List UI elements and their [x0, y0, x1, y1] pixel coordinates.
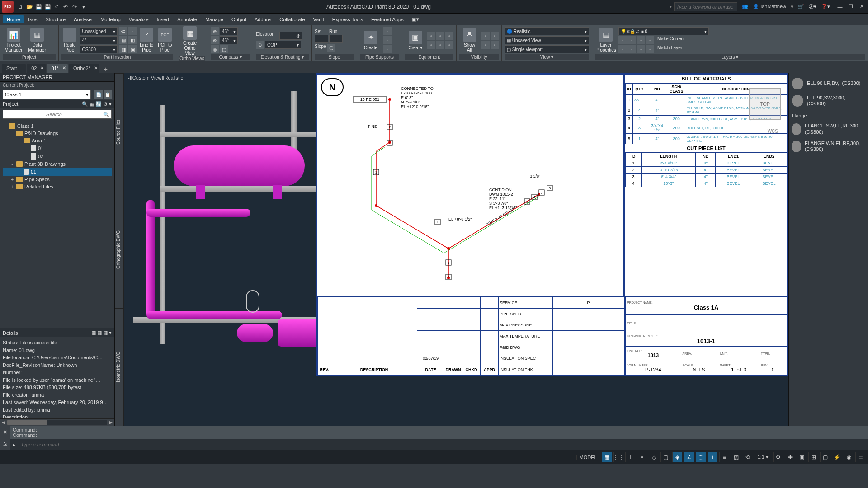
undo-icon[interactable]: ↶ [61, 3, 70, 11]
ribbon-tab-isos[interactable]: Isos [24, 15, 41, 23]
close-icon[interactable]: ✕ [40, 66, 44, 70]
save-icon[interactable]: 💾 [34, 3, 42, 11]
gear-icon[interactable]: ⚙ [773, 452, 783, 462]
viewport-combo[interactable]: ▢ Single viewport▾ [505, 45, 589, 53]
catalog-item[interactable]: FLANGE WN,FL,RF,300, (CS300) [791, 138, 866, 155]
tag-icon[interactable]: 🏷 [119, 27, 127, 35]
redo-icon[interactable]: ↷ [71, 3, 79, 11]
3d-viewport[interactable]: [-][Custom View][Realistic] N [124, 73, 788, 426]
slope-set[interactable] [315, 35, 328, 43]
pm-btn1-icon[interactable]: 📄 [94, 90, 103, 99]
scroll-right-icon[interactable]: ▶ [107, 420, 114, 425]
view-combo[interactable]: ▦ Unsaved View▾ [505, 36, 589, 44]
restore-icon[interactable]: ❐ [846, 3, 855, 10]
close-icon[interactable]: ✕ [857, 3, 866, 10]
cmd-close-icon[interactable]: ✕ [3, 429, 7, 435]
slope-run[interactable] [329, 35, 343, 43]
model-space-button[interactable]: MODEL [576, 455, 600, 460]
tree-item[interactable]: +Pipe Specs [3, 176, 112, 183]
ribbon-tab-manage[interactable]: Manage [201, 15, 227, 23]
ribbon-tab-addins[interactable]: Add-ins [250, 15, 275, 23]
osnap-icon[interactable]: ▢ [660, 452, 670, 462]
help-search-input[interactable] [674, 2, 737, 11]
compass-a-icon[interactable]: ⊕ [211, 27, 219, 35]
pcf-to-pipe-button[interactable]: PCFPCF to Pipe [157, 28, 173, 52]
lay5-icon[interactable]: ▫ [618, 45, 627, 53]
tree-item[interactable]: -Plant 3D Drawings [3, 160, 112, 168]
command-input[interactable] [21, 442, 865, 447]
dyn-icon[interactable]: + [708, 452, 717, 462]
transparency-icon[interactable]: ▨ [731, 452, 741, 462]
signin-icon[interactable]: 👥 [742, 4, 748, 9]
create-equip-button[interactable]: ▣Create [405, 31, 425, 50]
3dosnap-icon[interactable]: ◈ [672, 452, 682, 462]
qat-dropdown-icon[interactable]: ▾ [80, 3, 88, 11]
doctab-start[interactable]: Start [2, 64, 26, 73]
btn2-icon[interactable]: ▤ [119, 36, 127, 44]
doctab-02[interactable]: 02✕ [27, 64, 46, 73]
side-tab-iso[interactable]: Isometric DWG [115, 308, 123, 426]
ribbon-tab-annotate[interactable]: Annotate [173, 15, 201, 23]
menu-icon[interactable]: ☰ [855, 452, 865, 462]
lay8-icon[interactable]: ▫ [646, 45, 654, 53]
lay3-icon[interactable]: ▫ [637, 36, 645, 44]
cop-icon[interactable]: ⊙ [256, 41, 264, 49]
ribbon-tab-insert[interactable]: Insert [153, 15, 174, 23]
ducs-icon[interactable]: ⬚ [696, 452, 706, 462]
details-scrollbar[interactable]: ◀ ▶ [0, 418, 114, 426]
route-pipe-button[interactable]: ⟋Route Pipe [61, 28, 78, 52]
polar-icon[interactable]: ✧ [637, 452, 647, 462]
lay7-icon[interactable]: ▫ [637, 45, 645, 53]
customize-icon[interactable]: ⊞ [808, 452, 818, 462]
iso-icon[interactable]: ◇ [649, 452, 659, 462]
lay2-icon[interactable]: ▫ [627, 36, 636, 44]
ribbon-tab-featuredapps[interactable]: Featured Apps [367, 15, 408, 23]
btn3-icon[interactable]: ◧ [128, 36, 137, 44]
ui-icon[interactable]: ▣ [797, 452, 807, 462]
vis4-icon[interactable]: ▫ [491, 41, 499, 49]
cart-icon[interactable]: 🛒 [798, 4, 804, 9]
ribbon-tab-output[interactable]: Output [227, 15, 250, 23]
btn5-icon[interactable]: ▣ [128, 45, 137, 53]
eq1-icon[interactable]: ▫ [427, 32, 435, 40]
tree-item[interactable]: -Area 1 [3, 137, 112, 144]
lay6-icon[interactable]: ▫ [627, 45, 636, 53]
close-icon[interactable]: ✕ [62, 66, 66, 70]
tree-item[interactable]: -P&ID Drawings [3, 130, 112, 137]
lay4-icon[interactable]: ▫ [646, 36, 654, 44]
lineweight-icon[interactable]: ≡ [719, 452, 729, 462]
isolate-icon[interactable]: ◉ [844, 452, 854, 462]
vis1-icon[interactable]: ▫ [481, 32, 490, 40]
data-manager-button[interactable]: ▦Data Manager [26, 28, 48, 52]
ribbon-tab-modeling[interactable]: Modeling [96, 15, 125, 23]
visual-style-combo[interactable]: 🔵 Realistic▾ [505, 27, 589, 35]
layer-props-button[interactable]: ▤Layer Properties [595, 28, 617, 52]
spec-combo[interactable]: CS300▾ [80, 45, 118, 53]
ribbon-overflow-icon[interactable]: ▣▾ [408, 15, 423, 23]
project-manager-button[interactable]: 📊Project Manager [3, 28, 24, 52]
saveas-icon[interactable]: 💾 [43, 3, 52, 11]
ribbon-tab-vault[interactable]: Vault [309, 15, 328, 23]
show-all-button[interactable]: 👁Show All [459, 28, 480, 52]
sup1-icon[interactable]: ▫ [383, 27, 392, 35]
cycling-icon[interactable]: ⟲ [743, 452, 753, 462]
ribbon-tab-visualize[interactable]: Visualize [125, 15, 153, 23]
ribbon-tab-analysis[interactable]: Analysis [70, 15, 96, 23]
hardware-icon[interactable]: ⚡ [832, 452, 842, 462]
clean-icon[interactable]: ▢ [820, 452, 830, 462]
layer-combo[interactable]: 💡❄🔒🖨 ■ 0▾ [618, 27, 709, 35]
eq6-icon[interactable]: ▫ [445, 41, 453, 49]
eq2-icon[interactable]: ▫ [436, 32, 444, 40]
scroll-left-icon[interactable]: ◀ [0, 420, 7, 425]
catalog-item[interactable]: ELL 90,SW,3000, (CS300) [791, 92, 866, 109]
slope-btn-icon[interactable]: ▢ [327, 44, 335, 52]
catalog-item[interactable]: FLANGE SW,FL,RF,300, (CS300) [791, 120, 866, 137]
catalog-item[interactable]: ELL 90 LR,BV,, (CS300) [791, 75, 866, 92]
pm-section-project[interactable]: Project🔍 ▦ 🔄 ⚙ ▾ [0, 100, 114, 108]
new-icon[interactable]: 🗋 [16, 3, 24, 11]
vis3-icon[interactable]: ▫ [481, 41, 490, 49]
angle-a-combo[interactable]: 45°▾ [220, 27, 238, 35]
app-logo[interactable]: P3D [2, 1, 14, 13]
project-combo[interactable]: Class 1▾ [3, 90, 91, 99]
minimize-icon[interactable]: — [835, 3, 844, 10]
